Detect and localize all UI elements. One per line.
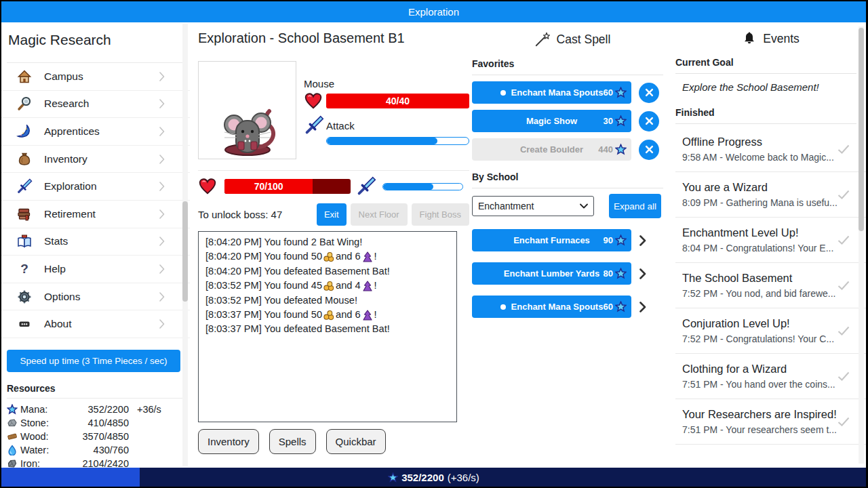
sidebar-item-about[interactable]: About — [1, 310, 190, 338]
expand-spell-button[interactable] — [639, 235, 646, 246]
sidebar-item-apprentices[interactable]: Apprentices — [1, 118, 190, 146]
spell-button-enchant-lumber-yards[interactable]: Enchant Lumber Yards 80 — [472, 262, 631, 285]
spell-button-enchant-mana-spouts[interactable]: Enchant Mana Spouts 60 — [472, 81, 631, 104]
water-icon — [7, 445, 18, 455]
spell-button-create-boulder[interactable]: Create Boulder 440 — [472, 138, 631, 161]
mana-bar-fill — [1, 468, 140, 487]
mana-bar-content: 352/2200 (+36/s) — [388, 472, 479, 483]
sword-icon — [304, 115, 324, 136]
event-item[interactable]: The School Basement 7:52 PM - You nod, a… — [675, 263, 866, 308]
sidebar-item-options[interactable]: Options — [1, 283, 190, 311]
enemy-hp-bar: 40/40 — [326, 94, 469, 108]
event-item[interactable]: Enchantment Level Up! 8:04 PM - Congratu… — [675, 218, 866, 263]
spell-cost: 60 — [604, 296, 627, 318]
resource-name: Stone: — [20, 418, 49, 428]
resource-rate: +36/s — [137, 404, 161, 415]
sword-icon — [16, 178, 33, 195]
sidebar: Magic Research Campus Research Apprentic… — [1, 22, 190, 468]
events-scrollbar[interactable] — [859, 26, 864, 464]
favorite-spell-row: Enchant Mana Spouts 60 — [472, 81, 673, 104]
cast-spell-title: Cast Spell — [557, 33, 611, 47]
bell-icon — [742, 31, 757, 46]
event-item[interactable]: Your Researchers are Inspired! 7:51 PM -… — [675, 399, 866, 445]
sidebar-item-campus[interactable]: Campus — [1, 63, 190, 91]
spell-cost: 60 — [604, 81, 627, 104]
event-item[interactable]: Conjuration Level Up! 7:52 PM - Congratu… — [675, 308, 866, 354]
mana-star-icon — [615, 268, 627, 279]
remove-favorite-button[interactable] — [639, 111, 659, 131]
mana-amount: 352/2200 — [401, 472, 444, 483]
school-spell-row: Enchant Furnaces 90 — [472, 229, 673, 251]
mana-star-icon — [615, 115, 627, 127]
events-panel: Events Current Goal Explore the School B… — [673, 22, 866, 468]
sidebar-item-label: About — [44, 318, 159, 330]
sidebar-item-label: Help — [44, 263, 159, 275]
combat-log[interactable]: [8:04:20 PM] You found 2 Bat Wing! [8:04… — [198, 231, 457, 422]
resource-row-water: Water: 430/760 — [7, 443, 190, 457]
boss-unlock-row: To unlock boss: 47 Exit Next Floor Fight… — [198, 203, 469, 226]
event-item[interactable]: Clothing for a Wizard 7:51 PM - You hand… — [675, 354, 866, 399]
next-floor-button[interactable]: Next Floor — [351, 203, 408, 226]
school-spell-row: Enchant Mana Spouts 60 — [472, 296, 673, 318]
school-select[interactable]: Enchantment — [472, 196, 594, 216]
event-item[interactable]: You are a Wizard 8:09 PM - Gathering Man… — [675, 172, 866, 218]
speed-up-time-button[interactable]: Speed up time (3 Time Pieces / sec) — [7, 350, 180, 372]
coins-icon — [323, 281, 334, 291]
resource-value: 352/2200 — [61, 404, 129, 415]
log-line: [8:03:37 PM] You found 50 and 6 ! — [205, 308, 450, 322]
active-dot — [500, 90, 506, 96]
favorite-spell-row: Create Boulder 440 — [472, 138, 673, 161]
sidebar-item-help[interactable]: ? Help — [1, 256, 190, 283]
favorite-spell-row: Magic Show 30 — [472, 110, 673, 132]
exit-button[interactable]: Exit — [317, 203, 347, 226]
sidebar-item-label: Options — [44, 291, 159, 303]
sidebar-scrollbar-thumb[interactable] — [182, 201, 188, 302]
enemy-attack-fill — [327, 138, 437, 144]
check-icon — [837, 235, 850, 245]
chevron-right-icon — [639, 235, 646, 246]
expand-spell-button[interactable] — [639, 302, 646, 312]
mana-star-icon — [615, 235, 627, 246]
mana-status-bar: 352/2200 (+36/s) — [1, 468, 866, 487]
spell-button-enchant-furnaces[interactable]: Enchant Furnaces 90 — [472, 229, 631, 251]
school-spell-row: Enchant Lumber Yards 80 — [472, 262, 673, 285]
sidebar-item-exploration[interactable]: Exploration — [1, 173, 190, 201]
player-hp-bar: 70/100 — [224, 179, 351, 194]
cast-spell-header: Cast Spell — [472, 31, 673, 47]
resource-name: Mana: — [20, 404, 47, 415]
enemy-hp-row: 40/40 — [304, 92, 469, 110]
resource-value: 3570/4850 — [61, 431, 129, 442]
sidebar-menu: Campus Research Apprentices Inventory — [1, 63, 190, 338]
resources-title: Resources — [7, 383, 190, 394]
inventory-button[interactable]: Inventory — [198, 429, 259, 454]
gear-icon — [16, 289, 33, 305]
spells-button[interactable]: Spells — [269, 429, 316, 454]
sidebar-item-inventory[interactable]: Inventory — [1, 146, 190, 174]
divider — [675, 73, 856, 74]
expand-spell-button[interactable] — [639, 268, 646, 279]
chevron-right-icon — [159, 155, 165, 164]
player-hp-text: 70/100 — [254, 181, 283, 192]
books-icon — [16, 206, 33, 222]
sidebar-scrollbar[interactable] — [182, 24, 188, 466]
remove-favorite-button[interactable] — [639, 83, 659, 103]
mana-rate: (+36/s) — [448, 472, 479, 483]
sidebar-item-label: Exploration — [44, 180, 159, 192]
sidebar-item-retirement[interactable]: Retirement — [1, 201, 190, 228]
quickbar-button[interactable]: Quickbar — [326, 429, 386, 454]
events-header: Events — [675, 31, 866, 46]
fight-boss-button[interactable]: Fight Boss — [412, 203, 469, 226]
spell-button-magic-show[interactable]: Magic Show 30 — [472, 110, 631, 132]
sidebar-item-stats[interactable]: Stats — [1, 228, 190, 256]
stone-icon — [7, 418, 18, 428]
close-icon — [645, 117, 654, 125]
log-line: [8:03:52 PM] You found 45 and 4 ! — [205, 279, 450, 293]
remove-favorite-button[interactable] — [639, 140, 659, 160]
spell-button-enchant-mana-spouts[interactable]: Enchant Mana Spouts 60 — [472, 296, 631, 318]
events-scrollbar-thumb[interactable] — [859, 28, 864, 231]
expand-all-button[interactable]: Expand all — [609, 194, 661, 218]
enemy-hp-text: 40/40 — [386, 96, 410, 106]
chevron-right-icon — [159, 127, 165, 136]
event-item[interactable]: Offline Progress 9:58 AM - Welcome back … — [675, 127, 866, 172]
sidebar-item-research[interactable]: Research — [1, 91, 190, 119]
